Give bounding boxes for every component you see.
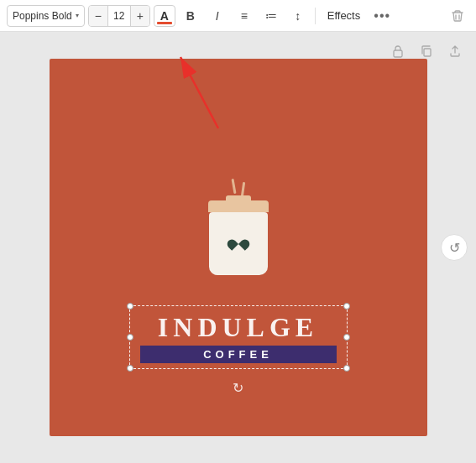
delete-button[interactable] bbox=[446, 4, 469, 28]
italic-button[interactable]: I bbox=[206, 4, 229, 28]
font-size-increase-button[interactable]: + bbox=[131, 5, 149, 27]
bold-button[interactable]: B bbox=[179, 4, 202, 28]
toolbar-divider bbox=[315, 8, 316, 24]
cup-heart bbox=[229, 235, 248, 252]
handle-bottom-left[interactable] bbox=[127, 365, 133, 372]
steam-line-1 bbox=[231, 178, 236, 193]
color-letter-label: A bbox=[160, 10, 169, 22]
coffee-text[interactable]: COFFEE bbox=[140, 348, 337, 361]
list-button[interactable]: ≔ bbox=[259, 4, 283, 28]
coffee-text-row: COFFEE bbox=[140, 346, 337, 363]
steam bbox=[233, 179, 244, 197]
font-size-decrease-button[interactable]: − bbox=[89, 5, 107, 27]
color-underline bbox=[157, 22, 172, 24]
text-selection-container[interactable]: INDULGE COFFEE ↻ bbox=[129, 305, 348, 369]
handle-middle-left[interactable] bbox=[127, 334, 133, 341]
font-selector[interactable]: Poppins Bold ▾ bbox=[7, 5, 85, 27]
chevron-down-icon: ▾ bbox=[76, 12, 79, 19]
indulge-text[interactable]: INDULGE bbox=[142, 313, 335, 342]
rotate-handle[interactable]: ↻ bbox=[230, 379, 247, 396]
handle-middle-right[interactable] bbox=[343, 334, 350, 341]
font-size-control: − + bbox=[88, 5, 150, 27]
line-height-button[interactable]: ↕ bbox=[286, 4, 310, 28]
export-icon-button[interactable] bbox=[444, 40, 466, 62]
svg-rect-0 bbox=[394, 50, 402, 57]
canvas-area: INDULGE COFFEE ↻ ↺ bbox=[0, 32, 476, 463]
selection-box: INDULGE COFFEE bbox=[129, 305, 348, 369]
design-card: INDULGE COFFEE ↻ bbox=[50, 59, 427, 436]
cup-lid-tab bbox=[226, 195, 251, 202]
refresh-button[interactable]: ↺ bbox=[441, 234, 468, 261]
toolbar: Poppins Bold ▾ − + A B I ≡ ≔ ↕ Effects •… bbox=[0, 0, 476, 32]
export-icon bbox=[448, 44, 462, 58]
copy-icon bbox=[420, 44, 433, 58]
coffee-cup-illustration bbox=[196, 179, 280, 275]
trash-icon bbox=[451, 9, 464, 23]
handle-top-left[interactable] bbox=[127, 303, 133, 310]
font-size-input[interactable] bbox=[107, 5, 131, 27]
handle-bottom-right[interactable] bbox=[343, 365, 350, 372]
cup-lid bbox=[208, 200, 269, 212]
text-color-button[interactable]: A bbox=[154, 5, 175, 27]
lock-icon bbox=[391, 44, 405, 58]
effects-label: Effects bbox=[327, 9, 361, 22]
cup-body bbox=[209, 212, 268, 275]
more-options-button[interactable]: ••• bbox=[370, 4, 394, 28]
font-name-label: Poppins Bold bbox=[13, 10, 72, 22]
effects-button[interactable]: Effects bbox=[321, 5, 368, 27]
align-button[interactable]: ≡ bbox=[233, 4, 256, 28]
svg-rect-1 bbox=[424, 49, 431, 56]
handle-top-right[interactable] bbox=[343, 303, 350, 310]
refresh-icon: ↺ bbox=[449, 240, 460, 256]
